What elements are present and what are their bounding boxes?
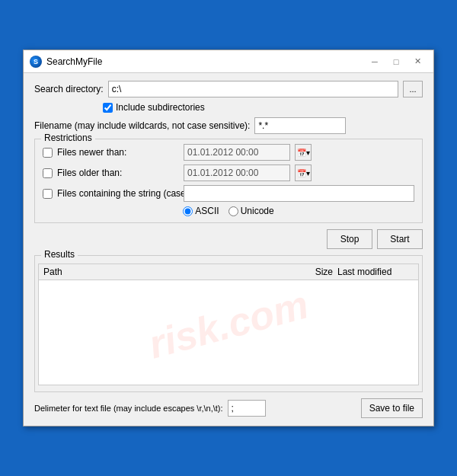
results-group: Results Path Size Last modified risk.com (34, 255, 423, 392)
include-subdirs-label: Include subdirectories (116, 102, 205, 113)
main-content: Search directory: ... Include subdirecto… (24, 73, 433, 426)
unicode-label: Unicode (241, 206, 274, 216)
browse-button[interactable]: ... (403, 81, 423, 97)
files-containing-label: Files containing the string (case sensit… (57, 188, 179, 199)
files-newer-label: Files newer than: (57, 147, 179, 158)
restrictions-group: Restrictions Files newer than: 📅▾ Files … (34, 139, 423, 223)
col-size-header: Size (295, 267, 333, 277)
ascii-radio[interactable] (183, 206, 193, 216)
search-directory-label: Search directory: (34, 84, 104, 94)
ascii-radio-label: ASCII (183, 206, 219, 216)
files-newer-row: Files newer than: 📅▾ (43, 144, 414, 161)
files-older-date[interactable] (184, 165, 290, 181)
delimiter-input[interactable] (228, 400, 266, 417)
action-row: Stop Start (34, 229, 423, 249)
files-older-label: Files older than: (57, 168, 179, 178)
search-directory-input[interactable] (108, 81, 398, 97)
app-icon: S (30, 56, 42, 68)
app-window: S SearchMyFile ─ □ ✕ Search directory: .… (23, 50, 434, 426)
minimize-button[interactable]: ─ (365, 55, 385, 69)
files-newer-date[interactable] (184, 144, 290, 161)
unicode-radio[interactable] (228, 206, 238, 216)
stop-button[interactable]: Stop (327, 229, 372, 249)
include-subdirs-checkbox[interactable] (103, 103, 113, 113)
start-button[interactable]: Start (377, 229, 423, 249)
window-title: SearchMyFile (46, 56, 102, 67)
col-modified-header: Last modified (337, 267, 414, 277)
titlebar-buttons: ─ □ ✕ (365, 55, 427, 69)
titlebar: S SearchMyFile ─ □ ✕ (24, 50, 433, 73)
files-older-row: Files older than: 📅▾ (43, 165, 414, 181)
files-newer-checkbox[interactable] (43, 148, 53, 158)
filename-row: Filename (may include wildcards, not cas… (34, 117, 423, 134)
search-directory-row: Search directory: ... (34, 81, 423, 97)
files-containing-row: Files containing the string (case sensit… (43, 185, 414, 202)
results-legend: Results (41, 249, 78, 260)
watermark: risk.com (39, 264, 418, 385)
unicode-radio-label: Unicode (228, 206, 274, 216)
results-table-header: Path Size Last modified (39, 264, 418, 280)
filename-label: Filename (may include wildcards, not cas… (34, 120, 250, 131)
files-newer-calendar-button[interactable]: 📅▾ (295, 144, 312, 161)
restrictions-legend: Restrictions (41, 133, 95, 143)
titlebar-left: S SearchMyFile (30, 56, 102, 68)
encoding-radio-row: ASCII Unicode (43, 206, 414, 216)
include-subdirs-row: Include subdirectories (103, 102, 423, 113)
save-to-file-button[interactable]: Save to file (361, 398, 423, 418)
results-content-area: Path Size Last modified risk.com (38, 264, 419, 385)
files-older-checkbox[interactable] (43, 168, 53, 178)
ascii-label: ASCII (195, 206, 219, 216)
filename-input[interactable] (254, 117, 346, 134)
bottom-row: Delimeter for text file (may include esc… (34, 398, 423, 418)
files-containing-input[interactable] (184, 185, 414, 202)
maximize-button[interactable]: □ (386, 55, 406, 69)
watermark-text: risk.com (144, 281, 313, 367)
files-older-calendar-button[interactable]: 📅▾ (295, 165, 312, 181)
col-path-header: Path (43, 267, 295, 277)
close-button[interactable]: ✕ (407, 55, 427, 69)
files-containing-checkbox[interactable] (43, 189, 53, 199)
delimiter-label: Delimeter for text file (may include esc… (34, 404, 223, 413)
